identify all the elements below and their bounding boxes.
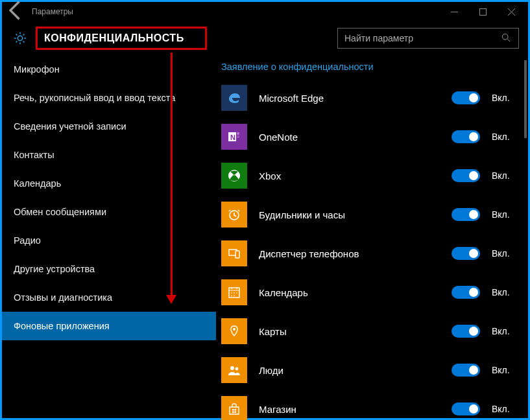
svg-point-2 bbox=[502, 34, 508, 40]
search-input[interactable]: Найти параметр bbox=[337, 28, 519, 49]
app-row-phone-companion: Диспетчер телефонов Вкл. bbox=[216, 234, 528, 273]
titlebar: Параметры bbox=[2, 2, 528, 21]
svg-rect-16 bbox=[232, 409, 234, 411]
app-name: Люди bbox=[259, 365, 440, 376]
app-row-alarms: Будильники и часы Вкл. bbox=[216, 195, 528, 234]
sidebar-item-label: Речь, рукописный ввод и ввод текста bbox=[14, 93, 175, 103]
maximize-button[interactable] bbox=[468, 2, 497, 21]
toggle-switch[interactable] bbox=[452, 325, 480, 338]
toggle-switch[interactable] bbox=[452, 286, 480, 299]
sidebar-item-label: Радио bbox=[14, 235, 41, 246]
toggle-label: Вкл. bbox=[492, 404, 518, 414]
app-row-edge: Microsoft Edge Вкл. bbox=[216, 78, 528, 117]
phone-companion-icon bbox=[221, 240, 247, 266]
sidebar-item-label: Контакты bbox=[14, 150, 54, 160]
sidebar-item-feedback[interactable]: Отзывы и диагностика bbox=[2, 283, 216, 312]
sidebar-item-speech[interactable]: Речь, рукописный ввод и ввод текста bbox=[2, 84, 216, 112]
sidebar-item-label: Другие устройства bbox=[14, 264, 95, 274]
toggle-label: Вкл. bbox=[492, 170, 518, 181]
app-row-maps: Карты Вкл. bbox=[216, 312, 528, 351]
search-placeholder: Найти параметр bbox=[344, 33, 501, 43]
toggle-label: Вкл. bbox=[492, 93, 518, 103]
sidebar-item-label: Сведения учетной записи bbox=[14, 121, 126, 132]
minimize-button[interactable] bbox=[440, 2, 468, 21]
toggle-switch[interactable] bbox=[452, 208, 480, 221]
svg-rect-5 bbox=[237, 132, 239, 135]
body: Микрофон Речь, рукописный ввод и ввод те… bbox=[2, 55, 528, 418]
toggle-switch[interactable] bbox=[452, 402, 480, 415]
calendar-icon bbox=[221, 279, 247, 305]
sidebar-item-microphone[interactable]: Микрофон bbox=[2, 55, 216, 84]
app-name: Диспетчер телефонов bbox=[259, 248, 440, 259]
page-title: КОНФИДЕНЦИАЛЬНОСТЬ bbox=[36, 27, 207, 50]
sidebar-item-account-info[interactable]: Сведения учетной записи bbox=[2, 112, 216, 141]
toggle-switch[interactable] bbox=[452, 130, 480, 143]
app-row-onenote: N OneNote Вкл. bbox=[216, 117, 528, 156]
annotation-arrow-head bbox=[166, 295, 176, 304]
scrollbar[interactable] bbox=[524, 60, 527, 138]
people-icon bbox=[221, 357, 247, 383]
svg-point-1 bbox=[18, 36, 22, 40]
edge-icon bbox=[221, 85, 247, 111]
main-panel: Заявление о конфиденциальности Microsoft… bbox=[216, 55, 528, 418]
onenote-icon: N bbox=[221, 124, 247, 150]
settings-window: Параметры КОНФИДЕНЦИАЛЬНОСТЬ Найти парам… bbox=[0, 0, 530, 420]
svg-point-15 bbox=[235, 368, 239, 371]
sidebar-item-messaging[interactable]: Обмен сообщениями bbox=[2, 198, 216, 226]
sidebar-item-calendar[interactable]: Календарь bbox=[2, 169, 216, 198]
search-icon bbox=[501, 33, 512, 44]
toggle-label: Вкл. bbox=[492, 132, 518, 142]
app-row-people: Люди Вкл. bbox=[216, 351, 528, 390]
svg-rect-6 bbox=[237, 135, 239, 138]
toggle-label: Вкл. bbox=[492, 287, 518, 298]
annotation-arrow bbox=[171, 52, 173, 298]
svg-text:N: N bbox=[230, 134, 235, 141]
app-name: Microsoft Edge bbox=[259, 93, 440, 104]
toggle-switch[interactable] bbox=[452, 364, 480, 377]
toggle-label: Вкл. bbox=[492, 365, 518, 375]
app-name: OneNote bbox=[259, 132, 440, 143]
app-row-xbox: Xbox Вкл. bbox=[216, 156, 528, 195]
sidebar-item-radio[interactable]: Радио bbox=[2, 226, 216, 255]
sidebar-item-other-devices[interactable]: Другие устройства bbox=[2, 255, 216, 283]
svg-point-13 bbox=[233, 328, 235, 331]
toggle-label: Вкл. bbox=[492, 326, 518, 336]
svg-rect-11 bbox=[235, 251, 239, 258]
app-name: Xbox bbox=[259, 170, 440, 181]
sidebar-item-label: Фоновые приложения bbox=[14, 321, 110, 331]
svg-rect-17 bbox=[235, 409, 237, 411]
toggle-switch[interactable] bbox=[452, 169, 480, 182]
header: КОНФИДЕНЦИАЛЬНОСТЬ Найти параметр bbox=[2, 21, 528, 55]
app-name: Календарь bbox=[259, 287, 440, 298]
sidebar-item-label: Микрофон bbox=[14, 64, 60, 75]
svg-rect-7 bbox=[237, 139, 239, 141]
store-icon bbox=[221, 396, 247, 420]
privacy-statement-link[interactable]: Заявление о конфиденциальности bbox=[216, 59, 528, 78]
close-button[interactable] bbox=[497, 2, 525, 21]
toggle-label: Вкл. bbox=[492, 209, 518, 220]
svg-point-14 bbox=[230, 366, 234, 370]
sidebar-item-label: Календарь bbox=[14, 178, 61, 189]
toggle-switch[interactable] bbox=[452, 247, 480, 260]
toggle-switch[interactable] bbox=[452, 91, 480, 104]
app-row-store: Магазин Вкл. bbox=[216, 390, 528, 420]
app-name: Карты bbox=[259, 326, 440, 337]
sidebar-item-label: Отзывы и диагностика bbox=[14, 292, 112, 303]
alarms-icon bbox=[221, 202, 247, 228]
sidebar: Микрофон Речь, рукописный ввод и ввод те… bbox=[2, 55, 216, 418]
maps-icon bbox=[221, 318, 247, 344]
window-title: Параметры bbox=[28, 7, 73, 16]
app-name: Будильники и часы bbox=[259, 209, 440, 220]
sidebar-item-label: Обмен сообщениями bbox=[14, 207, 106, 217]
toggle-label: Вкл. bbox=[492, 248, 518, 259]
gear-icon bbox=[11, 29, 29, 47]
xbox-icon bbox=[221, 163, 247, 189]
sidebar-item-background-apps[interactable]: Фоновые приложения bbox=[2, 312, 216, 340]
sidebar-item-contacts[interactable]: Контакты bbox=[2, 141, 216, 169]
svg-rect-19 bbox=[235, 412, 237, 414]
svg-rect-18 bbox=[232, 412, 234, 414]
app-name: Магазин bbox=[259, 404, 440, 415]
app-row-calendar: Календарь Вкл. bbox=[216, 273, 528, 312]
svg-rect-0 bbox=[479, 8, 486, 15]
